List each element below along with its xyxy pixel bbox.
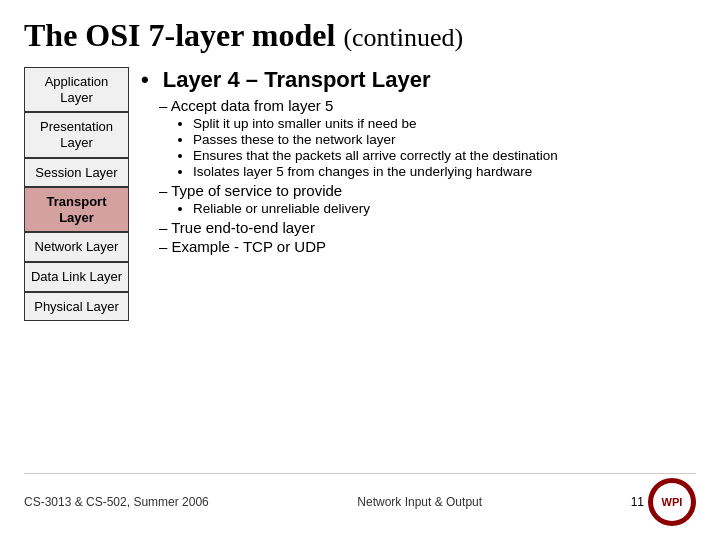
wpi-logo-inner: WPI bbox=[653, 483, 691, 521]
sidebar-item-6: Physical Layer bbox=[24, 292, 129, 322]
wpi-text: WPI bbox=[662, 496, 683, 508]
dash-item-3: – Example - TCP or UDP bbox=[159, 238, 696, 255]
bullet-0-3: Isolates layer 5 from changes in the und… bbox=[193, 164, 696, 179]
slide-title: The OSI 7-layer model (continued) bbox=[24, 18, 696, 53]
bullet-1-0: Reliable or unreliable delivery bbox=[193, 201, 696, 216]
main-content: • Layer 4 – Transport Layer – Accept dat… bbox=[141, 67, 696, 465]
sidebar-item-2: Session Layer bbox=[24, 158, 129, 188]
sidebar-item-5: Data Link Layer bbox=[24, 262, 129, 292]
page-number: 11 bbox=[631, 495, 644, 509]
bullet-dot: • bbox=[141, 67, 149, 93]
dash-item-1: – Type of service to provide bbox=[159, 182, 696, 199]
bullet-0-2: Ensures that the packets all arrive corr… bbox=[193, 148, 696, 163]
footer-left: CS-3013 & CS-502, Summer 2006 bbox=[24, 495, 209, 509]
sections-container: – Accept data from layer 5Split it up in… bbox=[141, 97, 696, 255]
content-area: Application LayerPresentation LayerSessi… bbox=[24, 67, 696, 465]
slide: The OSI 7-layer model (continued) Applic… bbox=[0, 0, 720, 540]
sidebar-item-0: Application Layer bbox=[24, 67, 129, 112]
footer-center: Network Input & Output bbox=[357, 495, 482, 509]
title-continued: (continued) bbox=[343, 23, 463, 52]
footer-right: 11 WPI bbox=[631, 478, 696, 526]
title-main: The OSI 7-layer model bbox=[24, 17, 335, 53]
bullet-0-1: Passes these to the network layer bbox=[193, 132, 696, 147]
bullets-0: Split it up into smaller units if need b… bbox=[193, 116, 696, 179]
sidebar-item-3: Transport Layer bbox=[24, 187, 129, 232]
wpi-logo: WPI bbox=[648, 478, 696, 526]
dash-item-2: – True end-to-end layer bbox=[159, 219, 696, 236]
sidebar-item-1: Presentation Layer bbox=[24, 112, 129, 157]
bullets-1: Reliable or unreliable delivery bbox=[193, 201, 696, 216]
bullet-0-0: Split it up into smaller units if need b… bbox=[193, 116, 696, 131]
layer-header-row: • Layer 4 – Transport Layer bbox=[141, 67, 696, 97]
sidebar-item-4: Network Layer bbox=[24, 232, 129, 262]
sidebar: Application LayerPresentation LayerSessi… bbox=[24, 67, 129, 465]
layer-heading: Layer 4 – Transport Layer bbox=[163, 67, 431, 93]
footer: CS-3013 & CS-502, Summer 2006 Network In… bbox=[24, 473, 696, 526]
dash-item-0: – Accept data from layer 5 bbox=[159, 97, 696, 114]
